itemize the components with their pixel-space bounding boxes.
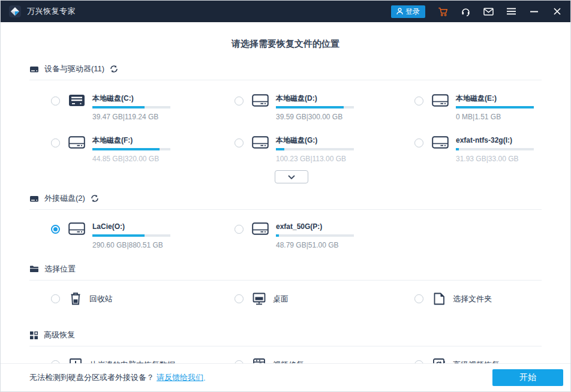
location-item-desktop[interactable]: 桌面 xyxy=(235,291,414,307)
radio-recyclebin[interactable] xyxy=(51,294,60,303)
section-locations-title: 选择位置 xyxy=(44,264,76,275)
drive-name: 本地磁盘(D:) xyxy=(276,94,354,102)
footer: 无法检测到硬盘分区或者外接设备？ 请反馈给我们 . 开始 xyxy=(1,363,570,391)
location-label: 桌面 xyxy=(273,294,288,304)
mail-icon[interactable] xyxy=(483,7,494,17)
main-content: 请选择需要恢复文件的位置 设备与驱动器(11) xyxy=(1,22,570,363)
radio-selectfolder[interactable] xyxy=(414,294,423,303)
crashed-computer-icon xyxy=(68,357,83,363)
video-repair-icon xyxy=(251,357,267,363)
drive-item-f[interactable]: 本地磁盘(F:) 44.85 GB|320.00 GB xyxy=(51,135,235,163)
start-button[interactable]: 开始 xyxy=(492,369,563,386)
radio-video-repair[interactable] xyxy=(235,360,244,363)
radio-drive-e[interactable] xyxy=(414,97,423,105)
locations-row: 回收站 桌面 xyxy=(51,291,542,307)
drive-usage-bar xyxy=(92,234,170,237)
recycle-bin-icon xyxy=(68,291,83,307)
drive-size: 39.59 GB|300.00 GB xyxy=(276,113,354,121)
advanced-row: 从崩溃的电脑中恢复数据 视频修复 xyxy=(51,357,542,363)
user-icon xyxy=(396,8,403,15)
drive-icon xyxy=(431,135,449,150)
login-label: 登录 xyxy=(405,7,420,17)
advanced-item-advanced-video[interactable]: 高级视频恢复 xyxy=(414,357,542,363)
radio-drive-c[interactable] xyxy=(51,97,60,105)
advanced-item-video-repair[interactable]: 视频修复 xyxy=(235,357,414,363)
radio-drive-g[interactable] xyxy=(235,138,244,147)
radio-advanced-video[interactable] xyxy=(414,360,423,363)
drive-size: 44.85 GB|320.00 GB xyxy=(92,155,170,163)
minimize-icon[interactable] xyxy=(529,7,539,17)
drive-icon xyxy=(251,135,269,150)
location-item-recyclebin[interactable]: 回收站 xyxy=(51,291,235,307)
location-label: 选择文件夹 xyxy=(453,294,492,304)
app-title: 万兴恢复专家 xyxy=(27,6,76,17)
location-item-selectfolder[interactable]: 选择文件夹 xyxy=(414,291,542,307)
radio-crashed-pc[interactable] xyxy=(51,360,60,363)
harddrive-icon xyxy=(29,65,39,74)
drive-usage-bar xyxy=(456,106,534,108)
drive-name: exfat-ntfs-32g(I:) xyxy=(456,136,534,144)
drive-name: LaCie(O:) xyxy=(92,222,170,231)
drive-name: 本地磁盘(F:) xyxy=(92,136,170,144)
drive-icon xyxy=(251,222,269,236)
folder-icon xyxy=(29,265,39,273)
drive-size: 100.23 GB|113.00 GB xyxy=(276,155,354,163)
app-window: 万兴恢复专家 登录 xyxy=(0,0,571,392)
drive-name: 本地磁盘(E:) xyxy=(456,94,534,102)
drive-size: 290.60 GB|880.51 GB xyxy=(92,241,170,249)
footer-period: . xyxy=(203,373,206,382)
drive-item-e[interactable]: 本地磁盘(E:) 0 MB|1.51 GB xyxy=(414,94,542,121)
cart-icon[interactable] xyxy=(438,7,448,17)
drive-name: 本地磁盘(G:) xyxy=(276,136,354,144)
system-drive-icon xyxy=(68,94,86,108)
support-headset-icon[interactable] xyxy=(461,7,471,17)
section-external-header: 外接磁盘(2) xyxy=(29,193,542,210)
drive-usage-bar xyxy=(276,106,354,108)
drive-item-i[interactable]: exfat-ntfs-32g(I:) 31.93 GB|33.00 GB xyxy=(414,135,542,163)
radio-drive-d[interactable] xyxy=(235,97,244,105)
section-devices-title: 设备与驱动器(11) xyxy=(44,64,104,74)
drive-item-exfat50g[interactable]: exfat_50G(P:) 48.79 GB|51.00 GB xyxy=(235,222,414,249)
section-locations-header: 选择位置 xyxy=(29,264,542,281)
external-grid: LaCie(O:) 290.60 GB|880.51 GB exfat_50G(… xyxy=(51,222,542,249)
drive-usage-bar xyxy=(276,234,354,237)
drive-item-lacie[interactable]: LaCie(O:) 290.60 GB|880.51 GB xyxy=(51,222,235,249)
section-devices-header: 设备与驱动器(11) xyxy=(29,64,542,80)
drive-icon xyxy=(68,135,86,150)
drive-usage-bar xyxy=(456,148,534,150)
section-advanced-title: 高级恢复 xyxy=(44,330,75,340)
drive-icon xyxy=(68,222,86,236)
close-icon[interactable] xyxy=(552,7,562,17)
grid-icon xyxy=(29,331,38,340)
feedback-link[interactable]: 请反馈给我们 xyxy=(157,372,203,383)
drive-name: exfat_50G(P:) xyxy=(276,222,354,231)
footer-question: 无法检测到硬盘分区或者外接设备？ xyxy=(29,372,154,383)
drive-item-d[interactable]: 本地磁盘(D:) 39.59 GB|300.00 GB xyxy=(235,94,414,121)
radio-drive-lacie[interactable] xyxy=(51,225,60,234)
drive-item-c[interactable]: 本地磁盘(C:) 39.47 GB|119.24 GB xyxy=(51,94,235,121)
drives-grid: 本地磁盘(C:) 39.47 GB|119.24 GB 本地磁盘(D:) xyxy=(51,94,542,163)
drive-name: 本地磁盘(C:) xyxy=(92,94,170,102)
refresh-devices-icon[interactable] xyxy=(110,65,118,73)
menu-icon[interactable] xyxy=(506,7,516,17)
radio-drive-exfat50g[interactable] xyxy=(235,225,244,234)
page-title: 请选择需要恢复文件的位置 xyxy=(29,38,542,50)
refresh-external-icon[interactable] xyxy=(91,194,99,203)
drive-icon xyxy=(431,94,449,108)
location-label: 回收站 xyxy=(89,294,113,304)
radio-drive-f[interactable] xyxy=(51,138,60,147)
select-folder-icon xyxy=(431,291,447,307)
radio-drive-i[interactable] xyxy=(414,138,423,147)
drive-size: 48.79 GB|51.00 GB xyxy=(276,241,354,249)
radio-desktop[interactable] xyxy=(235,294,244,303)
chevron-down-icon xyxy=(288,175,295,179)
login-button[interactable]: 登录 xyxy=(391,5,425,18)
drive-usage-bar xyxy=(276,148,354,150)
app-logo-icon xyxy=(9,5,21,17)
expand-drives-button[interactable] xyxy=(275,170,308,183)
drive-usage-bar xyxy=(92,106,170,108)
drive-item-g[interactable]: 本地磁盘(G:) 100.23 GB|113.00 GB xyxy=(235,135,414,163)
drive-usage-bar xyxy=(92,148,170,150)
advanced-video-recovery-icon xyxy=(431,357,447,363)
advanced-item-crashed-pc[interactable]: 从崩溃的电脑中恢复数据 xyxy=(51,357,235,363)
